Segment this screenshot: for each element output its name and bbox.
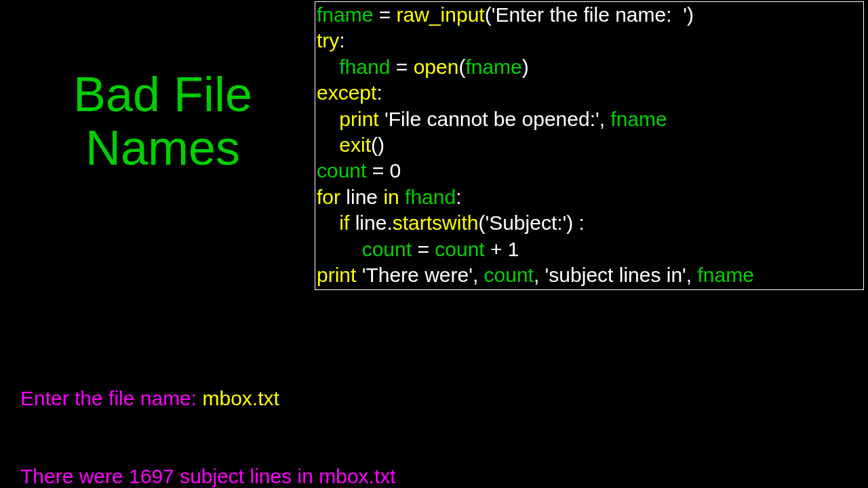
slide-title: Bad File Names xyxy=(27,68,298,175)
code-line-3: fhand = open(fname) xyxy=(317,54,862,80)
op-eq: = xyxy=(390,56,413,78)
indent xyxy=(317,134,339,156)
code-box: fname = raw_input('Enter the file name: … xyxy=(315,1,864,290)
user-input: mbox.txt xyxy=(202,387,279,409)
code-line-7: count = 0 xyxy=(317,158,862,184)
kw-print: print xyxy=(317,264,356,286)
plus-one: + 1 xyxy=(485,238,519,260)
code-line-10: count = count + 1 xyxy=(317,237,862,262)
paren-open: ( xyxy=(458,56,465,78)
str-msg: 'File cannot be opened:', xyxy=(379,108,611,130)
indent xyxy=(317,238,362,260)
program-output: Enter the file name: mbox.txt There were… xyxy=(20,333,396,488)
var-fname: fname xyxy=(465,56,521,78)
kw-except: except xyxy=(317,81,376,104)
code-line-11: print 'There were', count, 'subject line… xyxy=(317,262,862,288)
space xyxy=(349,211,355,234)
var-count: count xyxy=(484,264,534,286)
kw-in: in xyxy=(383,186,399,208)
kw-print: print xyxy=(339,108,378,130)
code-line-8: for line in fhand: xyxy=(317,184,862,210)
code-line-5: print 'File cannot be opened:', fname xyxy=(317,106,862,132)
indent xyxy=(317,56,339,78)
space xyxy=(399,186,405,208)
var-fname: fname xyxy=(317,3,373,26)
code-line-9: if line.startswith('Subject:') : xyxy=(317,210,862,236)
str-b: , 'subject lines in', xyxy=(534,264,698,286)
var-line: line xyxy=(340,186,383,208)
fn-startswith: startswith xyxy=(393,211,479,234)
code-line-4: except: xyxy=(317,80,862,106)
output-line-2: There were 1697 subject lines in mbox.tx… xyxy=(20,464,396,488)
op-eq: = xyxy=(412,238,435,260)
var-fname: fname xyxy=(610,108,667,130)
str-a: 'There were', xyxy=(356,264,484,286)
punct-colon: : xyxy=(339,29,344,52)
kw-if: if xyxy=(339,211,349,234)
indent xyxy=(317,108,339,130)
code-line-2: try: xyxy=(317,28,862,54)
fn-rawinput: raw_input xyxy=(397,3,485,26)
code-line-1: fname = raw_input('Enter the file name: … xyxy=(317,2,862,28)
var-fhand: fhand xyxy=(405,186,456,208)
var-line: line xyxy=(355,211,387,234)
var-count: count xyxy=(362,238,412,260)
fn-exit: exit xyxy=(339,134,371,156)
var-fname: fname xyxy=(698,264,754,286)
code-line-6: exit() xyxy=(317,132,862,158)
paren-empty: () xyxy=(371,134,384,156)
paren-close: ) xyxy=(522,56,529,78)
arg-startswith: ('Subject:') : xyxy=(478,211,585,234)
var-count: count xyxy=(317,159,366,182)
slide: Bad File Names fname = raw_input('Enter … xyxy=(0,0,868,488)
punct-colon: : xyxy=(376,81,382,104)
prompt-text: Enter the file name: xyxy=(20,387,202,409)
kw-for: for xyxy=(317,186,340,208)
fn-open: open xyxy=(414,56,459,78)
var-count: count xyxy=(435,238,484,260)
eq-zero: = 0 xyxy=(366,159,401,182)
output-line-1: Enter the file name: mbox.txt xyxy=(20,386,396,411)
var-fhand: fhand xyxy=(339,56,390,78)
punct-colon: : xyxy=(456,186,461,208)
op-eq: = xyxy=(373,3,396,26)
arg-rawinput: ('Enter the file name: ') xyxy=(485,3,694,26)
indent xyxy=(317,211,339,234)
punct-dot: . xyxy=(387,211,392,234)
kw-try: try xyxy=(317,29,339,52)
